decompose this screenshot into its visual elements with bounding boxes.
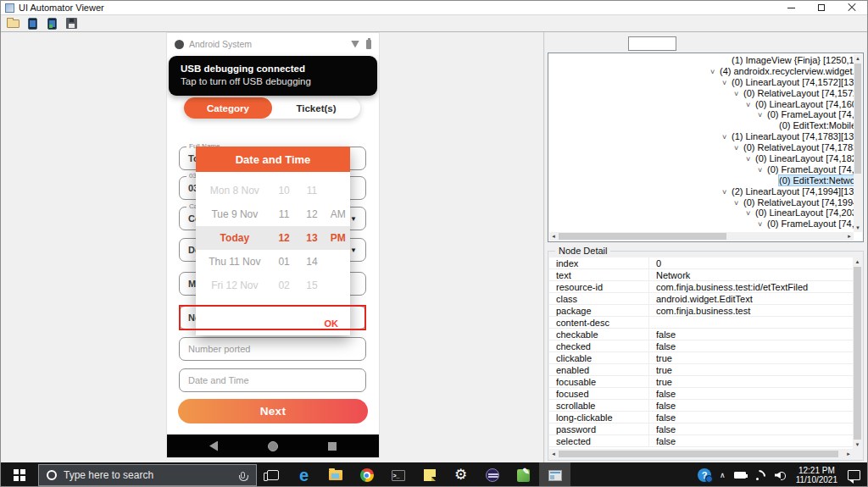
device-screenshot-button[interactable]: [24, 16, 41, 31]
tray-help-icon[interactable]: ?: [698, 468, 711, 482]
picker-row[interactable]: Fri 12 Nov0215: [196, 274, 350, 297]
device-screenshot-panel[interactable]: Android System USB debugging connected T…: [167, 33, 379, 457]
back-icon[interactable]: [209, 441, 218, 451]
taskbar-app-command-prompt[interactable]: >_: [382, 462, 414, 487]
scroll-up-arrow[interactable]: ▲: [854, 54, 862, 63]
tree-node[interactable]: ˅(1) LinearLayout [74,1783][1366,1994: [722, 131, 854, 142]
tree-node[interactable]: ˅(0) LinearLayout [74,1820][13: [746, 153, 854, 164]
tree-node[interactable]: ˅(0) FrameLayout [74,2050: [758, 219, 854, 230]
microphone-icon[interactable]: [241, 472, 245, 479]
detail-row: focusedfalse: [549, 388, 853, 400]
tree-horizontal-scrollbar[interactable]: ◂ ▸: [549, 232, 854, 241]
tree-node[interactable]: ˅(0) LinearLayout [74,1609][13: [746, 99, 854, 110]
tree-node[interactable]: ˅(0) LinearLayout [74,1572][1366,1783: [722, 77, 854, 88]
scroll-right-arrow[interactable]: ▸: [844, 450, 853, 458]
tab-bar: Category Ticket(s): [184, 97, 360, 119]
tree-vertical-scrollbar[interactable]: ▲ ▼: [854, 54, 862, 232]
tray-chevron-up-icon[interactable]: ∧: [720, 471, 726, 479]
input-field[interactable]: Number ported: [179, 337, 366, 361]
tree-node[interactable]: (1) ImageView {Finja} [1250,1445][12: [732, 55, 854, 66]
picker-row[interactable]: Tue 9 Nov1112AM: [196, 202, 350, 226]
minimize-button[interactable]: [776, 1, 806, 14]
tree-node[interactable]: ˅(2) LinearLayout [74,1994][1366,2205: [722, 186, 854, 197]
minimize-icon: [787, 8, 795, 8]
tab-tickets[interactable]: Ticket(s): [272, 97, 360, 119]
close-button[interactable]: [837, 1, 867, 14]
tree-node[interactable]: (0) EditText:Mobile Nu: [779, 120, 854, 131]
start-button[interactable]: [1, 462, 38, 487]
recents-icon[interactable]: [328, 442, 337, 451]
picker-row[interactable]: Thu 11 Nov0114: [196, 250, 350, 274]
tree-node[interactable]: ˅(0) FrameLayout [74,1628: [758, 109, 854, 120]
detail-vertical-scrollbar[interactable]: ▲ ▼: [853, 257, 862, 449]
tree-expander-icon[interactable]: ˅: [722, 132, 732, 143]
tree-expander-icon[interactable]: ˅: [734, 198, 743, 209]
taskbar-app-file-explorer[interactable]: [320, 462, 351, 487]
scrollbar-thumb[interactable]: [854, 64, 861, 174]
device-screenshot-compressed-button[interactable]: [43, 16, 60, 31]
close-icon: [848, 3, 856, 12]
tree-expander-icon[interactable]: ˅: [758, 219, 767, 230]
detail-key: text: [549, 269, 649, 280]
restore-button[interactable]: [806, 1, 837, 14]
toolbar: [1, 14, 867, 32]
tab-category[interactable]: Category: [184, 97, 272, 119]
tray-battery-icon[interactable]: [734, 472, 746, 479]
taskbar-clock[interactable]: 12:21 PM 11/10/2021: [796, 466, 837, 485]
scrollbar-thumb[interactable]: [854, 267, 861, 440]
tree-expander-icon[interactable]: ˅: [758, 110, 767, 121]
taskbar-app-task-view[interactable]: [257, 462, 288, 487]
scrollbar-thumb[interactable]: [559, 233, 726, 240]
tree-node[interactable]: ˅(0) LinearLayout [74,2031][13: [746, 208, 854, 219]
picker-row[interactable]: Mon 8 Nov1011: [196, 179, 350, 202]
taskbar-app-sticky-notes[interactable]: [414, 462, 445, 487]
tray-volume-icon[interactable]: [775, 470, 787, 480]
dropdown-caret-icon[interactable]: ▼: [350, 215, 357, 223]
tree-expander-icon[interactable]: ˅: [722, 78, 732, 89]
save-button[interactable]: [63, 16, 80, 31]
taskbar-app-edge[interactable]: e: [288, 462, 320, 487]
tree-expander-icon[interactable]: ˅: [734, 143, 743, 154]
tree-node[interactable]: ˅(0) RelativeLayout [74,1994][1366: [734, 197, 854, 208]
tree-expander-icon[interactable]: ˅: [722, 187, 732, 198]
scroll-down-arrow[interactable]: ▼: [853, 440, 862, 449]
tree-node[interactable]: ˅(0) FrameLayout [74,1839: [758, 164, 854, 175]
scrollbar-thumb[interactable]: [559, 451, 838, 457]
tree-expander-icon[interactable]: ˅: [746, 100, 755, 111]
tree-node[interactable]: ˅(0) RelativeLayout [74,1572][1366: [734, 88, 854, 99]
tree-node[interactable]: (0) EditText:Network [: [779, 175, 854, 186]
picker-minute: 11: [302, 185, 323, 196]
tree-expander-icon[interactable]: ˅: [710, 67, 720, 78]
open-file-button[interactable]: [4, 16, 21, 31]
image-editor-icon: ✎: [517, 469, 530, 482]
taskbar-app-chrome[interactable]: [351, 462, 382, 487]
tree-node-label: (0) LinearLayout [74,2031][13: [755, 208, 854, 218]
scroll-right-arrow[interactable]: ▸: [845, 232, 854, 241]
action-center-icon[interactable]: [848, 470, 860, 480]
tree-filter-input[interactable]: [628, 36, 676, 51]
tree-node[interactable]: ˅(0) RelativeLayout [74,1783][1366: [734, 142, 854, 153]
picker-row[interactable]: Today1213PM: [196, 226, 350, 250]
dropdown-caret-icon[interactable]: ▼: [350, 246, 357, 254]
scroll-left-arrow[interactable]: ◂: [549, 232, 558, 241]
scroll-down-arrow[interactable]: ▼: [854, 224, 862, 232]
home-icon[interactable]: [268, 441, 278, 451]
usb-debugging-notification[interactable]: USB debugging connected Tap to turn off …: [169, 56, 377, 96]
taskbar-search-box[interactable]: Type here to search: [38, 464, 257, 486]
tree-expander-icon[interactable]: ˅: [746, 154, 755, 165]
taskbar-app-eclipse[interactable]: [476, 462, 508, 487]
tree-expander-icon[interactable]: ˅: [734, 89, 743, 100]
tree-expander-icon[interactable]: ˅: [746, 208, 755, 219]
taskbar-app-ui-automator-viewer[interactable]: [539, 462, 570, 487]
scroll-left-arrow[interactable]: ◂: [549, 450, 558, 458]
scroll-up-arrow[interactable]: ▲: [853, 257, 862, 266]
detail-horizontal-scrollbar[interactable]: ◂ ▸: [549, 449, 853, 459]
taskbar-app-image-editor[interactable]: ✎: [508, 462, 539, 487]
taskbar-app-settings[interactable]: ⚙: [445, 462, 476, 487]
tray-network-icon[interactable]: [754, 471, 766, 480]
tree-node[interactable]: ˅(4) androidx.recyclerview.widget.Recycl: [710, 66, 854, 77]
tree-expander-icon[interactable]: ˅: [758, 165, 767, 176]
input-field[interactable]: Date and Time: [179, 368, 366, 392]
next-button[interactable]: Next: [178, 399, 368, 423]
detail-row: index0: [549, 257, 853, 269]
